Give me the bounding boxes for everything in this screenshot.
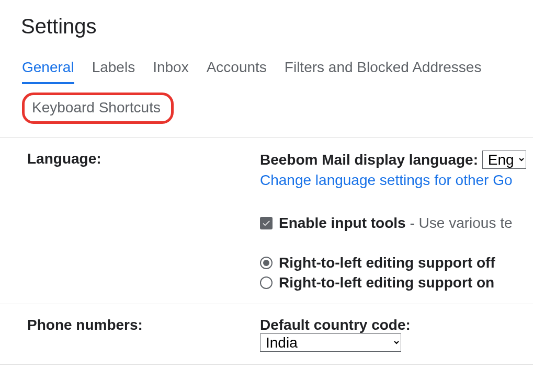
setting-row-phone: Phone numbers: Default country code: Ind… <box>0 304 533 365</box>
checkbox-checked-icon[interactable] <box>260 217 273 229</box>
enable-input-tools-label: Enable input tools <box>279 215 406 231</box>
tabs-row-1: General Labels Inbox Accounts Filters an… <box>0 43 533 84</box>
tab-accounts[interactable]: Accounts <box>207 59 267 84</box>
page-title: Settings <box>0 0 533 43</box>
rtl-radio-group: Right-to-left editing support off Right-… <box>260 255 533 291</box>
setting-row-language: Language: Beebom Mail display language: … <box>0 138 533 304</box>
enable-input-tools-desc: - Use various te <box>406 215 513 231</box>
phone-label: Phone numbers: <box>27 317 260 352</box>
radio-unselected-icon[interactable] <box>260 276 273 289</box>
tab-labels[interactable]: Labels <box>92 59 135 84</box>
language-label: Language: <box>27 151 260 291</box>
tab-keyboard-shortcuts[interactable]: Keyboard Shortcuts <box>32 99 161 116</box>
annotation-highlight: Keyboard Shortcuts <box>22 93 174 124</box>
radio-selected-icon[interactable] <box>260 257 273 269</box>
enable-input-tools-row: Enable input tools - Use various te <box>260 215 533 232</box>
display-language-select[interactable]: Eng <box>482 151 526 169</box>
rtl-on-row: Right-to-left editing support on <box>260 274 533 291</box>
language-content: Beebom Mail display language: Eng Change… <box>260 151 533 291</box>
tabs-row-2: Keyboard Shortcuts <box>0 84 533 134</box>
change-language-link[interactable]: Change language settings for other Go <box>260 172 513 188</box>
tab-inbox[interactable]: Inbox <box>153 59 189 84</box>
display-language-label: Beebom Mail display language: <box>260 152 482 168</box>
rtl-off-row: Right-to-left editing support off <box>260 255 533 271</box>
tab-filters[interactable]: Filters and Blocked Addresses <box>285 59 482 84</box>
rtl-on-label: Right-to-left editing support on <box>279 274 494 291</box>
default-country-code-label: Default country code: <box>260 317 411 333</box>
rtl-off-label: Right-to-left editing support off <box>279 255 495 271</box>
tab-general[interactable]: General <box>22 59 74 84</box>
settings-body: Language: Beebom Mail display language: … <box>0 138 533 365</box>
phone-content: Default country code: India <box>260 317 533 352</box>
country-code-select[interactable]: India <box>260 333 401 352</box>
